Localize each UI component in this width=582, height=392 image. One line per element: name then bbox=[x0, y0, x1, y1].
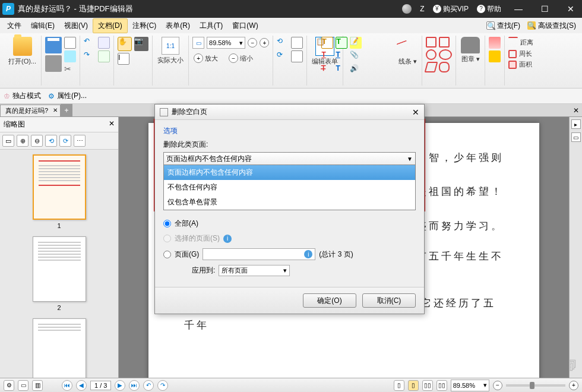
sb-view4[interactable]: ▯▯ bbox=[436, 380, 447, 391]
sb-first-page[interactable]: ⏮ bbox=[62, 380, 72, 391]
circle-shape[interactable] bbox=[426, 49, 436, 60]
snapshot-tool[interactable]: 📷 bbox=[134, 37, 148, 51]
minimize-button[interactable]: — bbox=[510, 4, 527, 14]
sb-view2[interactable]: ▯ bbox=[408, 380, 419, 391]
radio-all-input[interactable] bbox=[163, 220, 171, 227]
exclusive-mode-button[interactable]: ♔独占模式 bbox=[4, 91, 41, 101]
document-tab[interactable]: 真的是好运吗?✕ bbox=[0, 105, 61, 116]
redo-button[interactable]: ↷ bbox=[84, 50, 96, 62]
zoom-in-button[interactable]: +放大 bbox=[192, 52, 219, 64]
find-button[interactable]: 🔍查找(F) bbox=[483, 20, 524, 32]
sound-tool[interactable]: 🔊 bbox=[350, 64, 362, 76]
thumb-zoomin[interactable]: ⊕ bbox=[17, 135, 29, 147]
properties-button[interactable]: ⚙属性(P)... bbox=[48, 91, 87, 101]
undo-button[interactable]: ↶ bbox=[84, 37, 96, 49]
sb-layout1[interactable]: ▭ bbox=[18, 380, 29, 391]
menu-document[interactable]: 文档(D) bbox=[93, 18, 128, 33]
delete-type-combo[interactable]: 页面边框内不包含任何内容▼ bbox=[163, 152, 416, 165]
ok-button[interactable]: 确定(O) bbox=[303, 293, 356, 308]
side-btn1[interactable]: ▸ bbox=[571, 119, 581, 129]
save-button[interactable] bbox=[45, 37, 62, 53]
print-button[interactable] bbox=[45, 55, 62, 72]
advanced-find-button[interactable]: 🔍高级查找(S) bbox=[524, 20, 580, 32]
pencil-tool[interactable] bbox=[489, 50, 501, 62]
actual-size-button[interactable]: 1:1 实际大小 bbox=[156, 36, 185, 66]
zoom-out-button[interactable]: −缩小 bbox=[227, 52, 254, 64]
thumb-rotr[interactable]: ⟳ bbox=[59, 135, 71, 147]
sb-last-page[interactable]: ⏭ bbox=[129, 380, 140, 391]
apply-to-select[interactable]: 所有页面▾ bbox=[219, 265, 290, 276]
info-icon[interactable]: i bbox=[223, 235, 232, 243]
info-icon[interactable]: i bbox=[304, 250, 312, 258]
page-indicator[interactable]: 1 / 3 bbox=[90, 381, 111, 390]
tabs-close-all[interactable]: ✕ bbox=[570, 104, 582, 116]
status-zoom-combo[interactable]: 89.58%▾ bbox=[451, 380, 489, 391]
menu-edit[interactable]: 编辑(E) bbox=[26, 19, 59, 33]
distance-tool[interactable]: 距离 bbox=[508, 37, 533, 48]
sb-options[interactable]: ⚙ bbox=[4, 380, 14, 391]
lines-button[interactable]: 线条 ▾ bbox=[397, 36, 418, 67]
thumbnail-3[interactable]: 3 bbox=[33, 318, 86, 378]
zoom-plus[interactable]: + bbox=[260, 38, 269, 48]
radio-all[interactable]: 全部(A) bbox=[163, 216, 416, 231]
status-zoom-in[interactable]: + bbox=[569, 381, 578, 390]
tab-close[interactable]: ✕ bbox=[53, 107, 58, 113]
menu-tool[interactable]: 工具(T) bbox=[195, 19, 227, 33]
zoom-combo[interactable]: 89.58%▾ bbox=[207, 37, 245, 49]
cancel-button[interactable]: 取消(C) bbox=[362, 293, 416, 308]
dropdown-option-2[interactable]: 不包含任何内容 bbox=[164, 180, 415, 195]
side-btn2[interactable]: ▭ bbox=[571, 132, 581, 142]
select-tool[interactable]: I bbox=[118, 53, 129, 65]
page-view1[interactable] bbox=[291, 37, 303, 49]
sb-view1[interactable]: ▯ bbox=[394, 380, 404, 391]
status-zoom-out[interactable]: − bbox=[493, 381, 502, 390]
sb-fwd[interactable]: ↷ bbox=[157, 380, 168, 391]
perimeter-tool[interactable]: 周长 bbox=[508, 49, 532, 58]
sb-view3[interactable]: ▯▯ bbox=[422, 380, 433, 391]
rect-shape2[interactable] bbox=[439, 37, 450, 48]
menu-form[interactable]: 表单(R) bbox=[161, 19, 195, 33]
scan-button[interactable] bbox=[64, 50, 76, 62]
user-label[interactable]: Z bbox=[420, 5, 424, 13]
dialog-close-button[interactable]: ✕ bbox=[412, 108, 419, 117]
rotate-left[interactable]: ⟲ bbox=[277, 37, 289, 49]
thumbnail-2[interactable]: 2 bbox=[33, 236, 86, 311]
sb-layout2[interactable]: ▥ bbox=[32, 380, 43, 391]
menu-file[interactable]: 文件 bbox=[2, 19, 26, 33]
copy-button[interactable] bbox=[98, 37, 110, 49]
globe-icon[interactable] bbox=[402, 4, 412, 14]
cloud-shape[interactable] bbox=[439, 62, 450, 72]
zoom-minus[interactable]: − bbox=[248, 38, 257, 48]
thumb-new[interactable]: ▭ bbox=[2, 135, 14, 147]
text-tool2[interactable]: T bbox=[336, 37, 347, 49]
text-tool[interactable]: T bbox=[321, 37, 333, 49]
thumb-zoomout[interactable]: ⊖ bbox=[31, 135, 43, 147]
sb-back[interactable]: ↶ bbox=[143, 380, 154, 391]
menu-view[interactable]: 视图(V) bbox=[59, 19, 93, 33]
radio-page[interactable]: 页面(G)i(总计 3 页) bbox=[163, 246, 416, 263]
thumb-menu[interactable]: ⋯ bbox=[74, 135, 86, 147]
eraser-tool[interactable] bbox=[489, 37, 501, 49]
strike-tool[interactable]: T̶ bbox=[321, 64, 333, 76]
dropdown-option-3[interactable]: 仅包含单色背景 bbox=[164, 195, 415, 210]
note-tool[interactable]: 📝 bbox=[350, 37, 362, 49]
radio-page-input[interactable] bbox=[163, 251, 171, 258]
menu-window[interactable]: 窗口(W) bbox=[227, 19, 262, 33]
area-tool[interactable]: 面积 bbox=[508, 60, 532, 69]
rotate-right[interactable]: ⟳ bbox=[277, 50, 289, 62]
vip-button[interactable]: ¥购买VIP bbox=[433, 4, 469, 14]
radio-selected[interactable]: 选择的页面(S)i bbox=[163, 231, 416, 246]
fit-page-icon[interactable]: ▭ bbox=[192, 37, 204, 49]
open-button[interactable]: 打开(O)... bbox=[7, 36, 37, 67]
mail-button[interactable] bbox=[64, 37, 76, 49]
underline-tool[interactable]: T bbox=[336, 50, 347, 62]
help-button[interactable]: ?帮助 bbox=[477, 4, 501, 14]
paste-button[interactable] bbox=[98, 50, 110, 62]
sb-prev-page[interactable]: ◀ bbox=[76, 380, 87, 391]
maximize-button[interactable]: ☐ bbox=[536, 4, 553, 14]
sb-next-page[interactable]: ▶ bbox=[115, 380, 125, 391]
menu-comment[interactable]: 注释(C) bbox=[128, 19, 162, 33]
dialog-titlebar[interactable]: 删除空白页 ✕ bbox=[155, 105, 424, 120]
rect-shape[interactable] bbox=[426, 37, 436, 48]
stamp-button[interactable]: 图章 ▾ bbox=[460, 36, 481, 65]
